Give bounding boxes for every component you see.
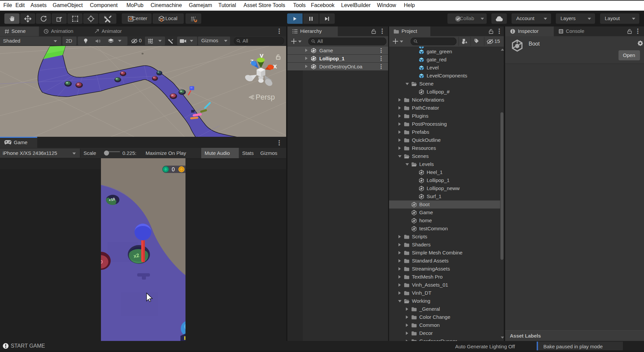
- svg-text:x2: x2: [133, 252, 140, 259]
- svg-text:0: 0: [101, 259, 103, 265]
- svg-text:Persp: Persp: [256, 93, 275, 101]
- svg-text:0: 0: [172, 167, 175, 172]
- svg-text:x: x: [273, 62, 277, 70]
